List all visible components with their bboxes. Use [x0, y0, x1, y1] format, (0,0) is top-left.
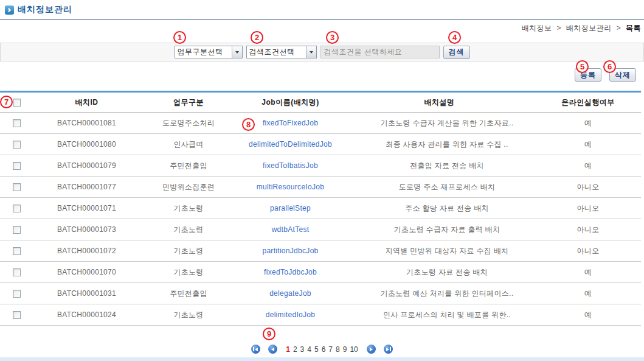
- table-row: BATCH00001073 기초노령 wdtbAtTest 기초노령 수급자 자…: [0, 219, 641, 240]
- batch-description: 최종 사용자 관리를 위한 자료 수집 ..: [344, 134, 535, 155]
- online-flag: 아니오: [535, 198, 641, 219]
- category-select[interactable]: 업무구분선택: [175, 46, 243, 58]
- prev-page-icon[interactable]: [268, 345, 277, 354]
- action-buttons: 등록 삭제: [0, 68, 644, 82]
- dropdown-arrow-icon[interactable]: [306, 46, 316, 58]
- page-number-3[interactable]: 3: [300, 345, 305, 354]
- row-checkbox[interactable]: [13, 226, 21, 234]
- annotation-circle-3: 3: [326, 31, 339, 44]
- job-name-link[interactable]: wdtbAtTest: [272, 225, 310, 234]
- page-number-5[interactable]: 5: [314, 345, 319, 354]
- online-flag: 아니오: [535, 219, 641, 240]
- batch-id: BATCH00001072: [33, 240, 140, 262]
- condition-select-value: 검색조건선택: [247, 47, 306, 57]
- online-flag: 예: [535, 304, 641, 326]
- bottom-strip: [0, 357, 644, 361]
- row-checkbox[interactable]: [13, 290, 21, 298]
- page-number-9[interactable]: 9: [343, 345, 347, 354]
- category: 민방위소집훈련: [140, 177, 237, 198]
- table-header-row: 배치ID 업무구분 Job이름(배치명) 배치설명 온라인실행여부: [0, 92, 641, 113]
- batch-description: 인사 프로세스의 처리 및 배포를 위한..: [344, 304, 535, 326]
- annotation-circle-1: 1: [173, 31, 186, 44]
- page-number-4[interactable]: 4: [307, 345, 311, 354]
- first-page-icon[interactable]: [251, 345, 260, 354]
- online-flag: 예: [535, 262, 641, 283]
- select-all-checkbox[interactable]: [13, 99, 21, 107]
- online-flag: 예: [535, 113, 641, 134]
- page-header: 배치정보관리: [0, 0, 644, 20]
- table-row: BATCH00001071 기초노령 parallelStep 주소 할당 자료…: [0, 198, 641, 219]
- annotation-circle-7: 7: [0, 96, 13, 108]
- row-checkbox[interactable]: [13, 183, 21, 191]
- row-checkbox[interactable]: [13, 205, 21, 212]
- category-select-value: 업무구분선택: [175, 47, 232, 57]
- breadcrumb-separator: >: [556, 24, 561, 32]
- search-button[interactable]: 검색: [443, 46, 470, 59]
- batch-description: 전출입 자료 전송 배치: [344, 155, 535, 177]
- table-row: BATCH00001077 민방위소집훈련 multiResourceIoJob…: [0, 177, 641, 198]
- annotation-circle-2: 2: [251, 31, 263, 44]
- annotation-circle-6: 6: [603, 60, 616, 73]
- column-header-description: 배치설명: [344, 92, 535, 113]
- category: 기초노령: [140, 262, 237, 283]
- batch-table: 배치ID 업무구분 Job이름(배치명) 배치설명 온라인실행여부 BATCH0…: [0, 91, 641, 326]
- annotation-circle-4: 4: [448, 31, 461, 44]
- page-number-8[interactable]: 8: [336, 345, 340, 354]
- next-page-icon[interactable]: [367, 345, 376, 354]
- online-flag: 아니오: [535, 177, 641, 198]
- page-numbers: 1 2 3 4 5 6 7 8 9 10: [285, 345, 360, 354]
- batch-description: 도로명 주소 재프로세스 배치: [344, 177, 535, 198]
- row-checkbox[interactable]: [13, 141, 21, 149]
- row-checkbox[interactable]: [13, 311, 21, 319]
- row-checkbox[interactable]: [13, 247, 21, 255]
- category: 기초노령: [140, 198, 237, 219]
- batch-id: BATCH00001081: [33, 113, 140, 134]
- category: 주민전출입: [140, 155, 237, 177]
- job-name-link[interactable]: fixedToJdbcJob: [264, 268, 317, 276]
- page-number-6[interactable]: 6: [322, 345, 326, 354]
- job-name-link[interactable]: fixedToFixedJob: [263, 119, 318, 127]
- category: 기초노령: [140, 304, 237, 326]
- breadcrumb: 배치정보 > 배치정보관리 > 목록: [0, 20, 644, 35]
- breadcrumb-current: 목록: [626, 24, 641, 32]
- search-input[interactable]: [320, 46, 440, 58]
- dropdown-arrow-icon[interactable]: [232, 46, 242, 58]
- batch-info-page: 배치정보관리 배치정보 > 배치정보관리 > 목록 업무구분선택 검색조건선택 …: [0, 0, 644, 361]
- table-row: BATCH00001024 기초노령 delimitedIoJob 인사 프로세…: [0, 304, 641, 326]
- row-checkbox[interactable]: [13, 268, 21, 276]
- category: 인사급여: [140, 134, 237, 155]
- row-checkbox[interactable]: [13, 119, 21, 127]
- breadcrumb-item[interactable]: 배치정보: [522, 24, 552, 32]
- page-number-10[interactable]: 10: [350, 345, 358, 354]
- job-name-link[interactable]: delimitedToDelimitedJob: [249, 140, 332, 149]
- online-flag: 예: [535, 134, 641, 155]
- batch-id: BATCH00001071: [33, 198, 140, 219]
- page-number-1[interactable]: 1: [286, 345, 290, 354]
- batch-description: 기초노령 예산 처리를 위한 인터페이스..: [344, 283, 535, 304]
- batch-id: BATCH00001079: [33, 155, 140, 177]
- column-header-batch-id: 배치ID: [33, 92, 140, 113]
- page-number-2[interactable]: 2: [293, 345, 297, 354]
- batch-description: 기초노령 수급자 계산을 위한 기초자료..: [344, 113, 535, 134]
- job-name-link[interactable]: multiResourceIoJob: [257, 183, 324, 191]
- breadcrumb-item[interactable]: 배치정보관리: [566, 24, 612, 32]
- batch-id: BATCH00001080: [33, 134, 140, 155]
- table-row: BATCH00001080 인사급여 delimitedToDelimitedJ…: [0, 134, 641, 155]
- job-name-link[interactable]: parallelStep: [270, 204, 311, 212]
- job-name-link[interactable]: delimitedIoJob: [266, 310, 316, 319]
- category: 기초노령: [140, 219, 237, 240]
- job-name-link[interactable]: partitionJdbcJob: [262, 247, 318, 255]
- batch-id: BATCH00001031: [33, 283, 140, 304]
- category: 기초노령: [140, 240, 237, 262]
- table-row: BATCH00001031 주민전출입 delegateJob 기초노령 예산 …: [0, 283, 641, 304]
- last-page-icon[interactable]: [384, 345, 393, 354]
- search-bar: 업무구분선택 검색조건선택 검색: [0, 43, 644, 61]
- column-header-online: 온라인실행여부: [535, 92, 641, 113]
- category: 도로명주소처리: [140, 113, 237, 134]
- row-checkbox[interactable]: [13, 162, 21, 170]
- column-header-job-name: Job이름(배치명): [237, 92, 344, 113]
- page-number-7[interactable]: 7: [328, 345, 333, 354]
- condition-select[interactable]: 검색조건선택: [246, 46, 317, 58]
- job-name-link[interactable]: delegateJob: [269, 289, 311, 298]
- job-name-link[interactable]: fixedToIbatisJob: [263, 161, 318, 170]
